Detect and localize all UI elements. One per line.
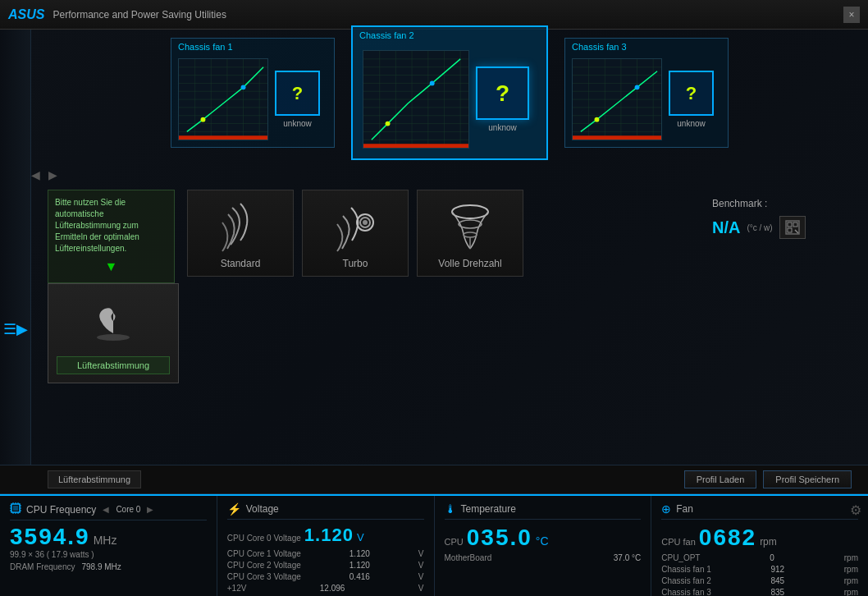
chassis-fan-1-cube: ? unknow <box>275 71 320 128</box>
cpu-temp-label: CPU <box>445 537 464 547</box>
chassis2-label: Chassis fan 2 <box>661 576 711 585</box>
v2-label: CPU Core 2 Voltage <box>227 561 301 570</box>
volle-mode-panel[interactable]: Volle Drehzahl <box>417 190 523 277</box>
chassis-fan-3-panel[interactable]: Chassis fan 3 <box>564 38 729 148</box>
chassis3-label: Chassis fan 3 <box>661 588 711 596</box>
prev-arrow[interactable]: ◀ <box>31 168 40 181</box>
fan-section: ⚙ ⊕ Fan CPU fan 0682 rpm CPU_OPT 0 rpm C… <box>651 496 868 596</box>
chassis-fan-1-panel[interactable]: Chassis fan 1 <box>171 38 335 148</box>
chassis3-value: 835 <box>770 588 784 596</box>
cpu-temp-unit: °C <box>536 534 549 548</box>
svg-rect-64 <box>793 222 797 227</box>
cpu-opt-label: CPU_OPT <box>661 553 700 562</box>
svg-point-52 <box>635 85 640 89</box>
v3-unit: V <box>418 572 424 581</box>
svg-point-59 <box>459 220 482 228</box>
question-2: ? <box>496 80 509 107</box>
app-title: Performance and Power Saving Utilities <box>53 9 843 21</box>
chassis-fan-2-content: ? unknow <box>363 50 537 149</box>
profil-laden-button[interactable]: Profil Laden <box>684 470 757 488</box>
chassis-fan-1-content: ? unknow <box>178 58 327 140</box>
mb-temp-row: MotherBoard 37.0 °C <box>445 553 642 562</box>
cube-1: ? <box>275 71 320 116</box>
benchmark-na: N/A <box>712 218 740 237</box>
tooltip-text: Bitte nutzen Sie die automatische Lüfter… <box>55 198 139 253</box>
turbo-icon <box>309 197 401 254</box>
svg-point-60 <box>464 232 477 237</box>
chassis3-row: Chassis fan 3 835 rpm <box>661 588 858 596</box>
v2-value: 1.120 <box>349 561 370 570</box>
chassis1-row: Chassis fan 1 912 rpm <box>661 565 858 574</box>
benchmark-unit: (°c / w) <box>747 223 772 232</box>
standard-mode-panel[interactable]: Standard <box>187 190 294 277</box>
cpu-frequency-value: 3594.9 <box>10 525 90 548</box>
cube-2: ? <box>476 66 529 120</box>
v0-label: CPU Core 0 Voltage <box>227 534 301 543</box>
chassis-fan-3-cube: ? unknow <box>669 71 714 128</box>
profil-speichern-button[interactable]: Profil Speichern <box>763 470 852 488</box>
core-prev-btn[interactable]: ◀ <box>101 505 111 514</box>
scan-button[interactable] <box>779 216 806 239</box>
unknow-2-label: unknow <box>488 123 516 132</box>
close-button[interactable]: × <box>843 7 860 23</box>
benchmark-area: Benchmark : N/A (°c / w) <box>704 190 852 247</box>
core-next-btn[interactable]: ▶ <box>145 505 155 514</box>
auto-icon <box>57 292 170 350</box>
lufterabstimmung-button[interactable]: Lüfterabstimmung <box>48 470 141 488</box>
mb-value: 37.0 °C <box>614 553 641 562</box>
cpu-opt-value: 0 <box>770 553 774 562</box>
dram-freq-row: DRAM Frequency 798.9 MHz <box>10 562 207 571</box>
svg-point-15 <box>241 85 246 89</box>
chassis-fan-1-graph <box>178 58 268 140</box>
question-1: ? <box>292 83 303 104</box>
voltage-icon: ⚡ <box>227 502 241 516</box>
cpu-title: CPU Frequency <box>26 504 96 516</box>
question-3: ? <box>686 83 697 104</box>
svg-point-35 <box>430 80 435 85</box>
svg-rect-63 <box>788 222 792 227</box>
temp-header: 🌡 Temperature <box>445 502 642 520</box>
v0-value: 1.120 <box>304 525 354 546</box>
v12-label: +12V <box>227 584 247 593</box>
chassis-fan-1-label: Chassis fan 1 <box>178 42 233 52</box>
settings-icon[interactable]: ⚙ <box>850 502 861 518</box>
chassis-fan-2-panel[interactable]: Chassis fan 2 <box>351 25 548 160</box>
cpu-opt-row: CPU_OPT 0 rpm <box>661 553 858 562</box>
temperature-section: 🌡 Temperature CPU 035.0 °C MotherBoard 3… <box>435 496 652 596</box>
benchmark-label: Benchmark : <box>712 198 843 209</box>
fan-title: Fan <box>676 503 693 515</box>
v12-value: 12.096 <box>320 584 345 593</box>
fan-icon: ⊕ <box>661 502 671 516</box>
svg-rect-68 <box>13 506 18 511</box>
svg-point-34 <box>386 121 391 126</box>
fan-header: ⊕ Fan <box>661 502 858 520</box>
v2-row: CPU Core 2 Voltage 1.120 V <box>227 561 424 570</box>
chassis-fan-3-graph <box>572 58 662 140</box>
cpu-fan-value: 0682 <box>699 525 756 551</box>
chassis1-unit: rpm <box>844 565 858 574</box>
watermark: ComputerBase <box>836 593 865 596</box>
benchmark-value: N/A (°c / w) <box>712 216 843 239</box>
v2-unit: V <box>418 561 424 570</box>
cpu-fan-unit: rpm <box>760 536 777 548</box>
turbo-mode-panel[interactable]: Turbo <box>302 190 409 277</box>
cpu-fan-display: CPU fan 0682 rpm <box>661 525 858 551</box>
standard-icon <box>194 197 286 254</box>
v3-label: CPU Core 3 Voltage <box>227 572 301 581</box>
auto-mode-container: Bitte nutzen Sie die automatische Lüfter… <box>48 190 179 383</box>
svg-rect-36 <box>363 144 468 148</box>
next-arrow[interactable]: ▶ <box>48 168 57 181</box>
menu-icon[interactable]: ☰▶ <box>3 320 28 338</box>
chassis2-unit: rpm <box>844 576 858 585</box>
svg-rect-16 <box>179 135 267 140</box>
cpu-sub-line: 99.9 × 36 ( 17.9 watts ) <box>10 550 207 559</box>
cpu-freq-display: 3594.9 MHz <box>10 525 207 548</box>
luft-button[interactable]: Lüfterabstimmung <box>57 356 170 374</box>
v1-label: CPU Core 1 Voltage <box>227 549 301 558</box>
auto-mode-panel[interactable]: Lüfterabstimmung <box>48 283 179 383</box>
auto-tooltip: Bitte nutzen Sie die automatische Lüfter… <box>48 190 175 283</box>
cpu-opt-unit: rpm <box>844 553 858 562</box>
chassis-fan-2-cube: ? unknow <box>476 66 529 132</box>
sidebar: ☰▶ <box>0 30 31 465</box>
cpu-temp-display: CPU 035.0 °C <box>445 525 642 551</box>
